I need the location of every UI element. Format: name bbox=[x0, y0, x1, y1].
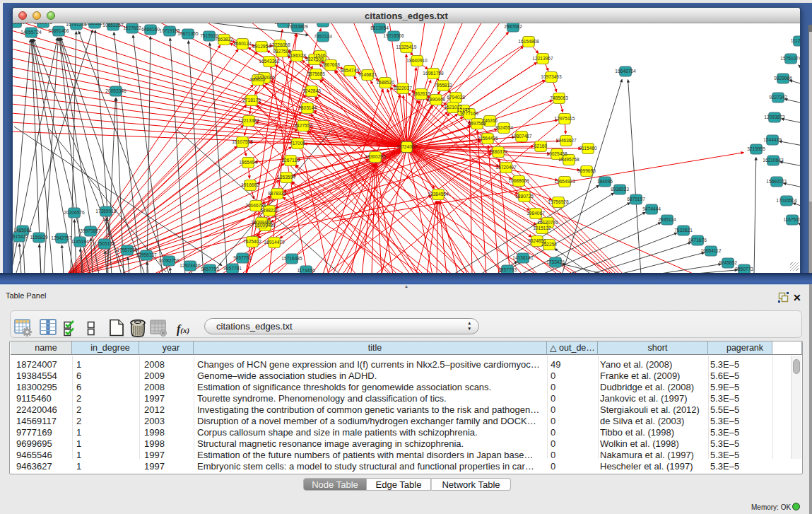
svg-text:12213967: 12213967 bbox=[532, 56, 553, 61]
svg-text:1112485: 1112485 bbox=[791, 38, 800, 43]
svg-text:2935114: 2935114 bbox=[658, 217, 676, 222]
svg-text:8878334: 8878334 bbox=[268, 191, 286, 196]
svg-text:16210643: 16210643 bbox=[763, 158, 784, 163]
svg-text:16961758: 16961758 bbox=[423, 71, 444, 76]
svg-text:18724007: 18724007 bbox=[396, 144, 418, 149]
svg-text:10671355: 10671355 bbox=[177, 31, 199, 36]
svg-text:10653267: 10653267 bbox=[102, 23, 124, 28]
svg-text:7663822: 7663822 bbox=[215, 37, 233, 42]
svg-text:1244419: 1244419 bbox=[763, 137, 782, 142]
svg-text:7632621: 7632621 bbox=[674, 228, 693, 233]
svg-text:2069141: 2069141 bbox=[34, 23, 52, 25]
svg-text:1167533: 1167533 bbox=[783, 217, 800, 222]
svg-text:9329966: 9329966 bbox=[774, 76, 792, 81]
svg-text:1145194: 1145194 bbox=[71, 239, 89, 244]
svg-text:9777169: 9777169 bbox=[460, 111, 478, 116]
svg-text:16648784: 16648784 bbox=[615, 69, 636, 74]
svg-text:14136141: 14136141 bbox=[512, 255, 534, 260]
svg-text:16543362: 16543362 bbox=[259, 59, 280, 64]
svg-text:16107553: 16107553 bbox=[232, 139, 253, 144]
svg-text:5498222: 5498222 bbox=[260, 208, 278, 213]
svg-text:1965494: 1965494 bbox=[239, 160, 257, 165]
svg-text:9227342: 9227342 bbox=[769, 95, 787, 100]
svg-text:12213382: 12213382 bbox=[238, 118, 259, 123]
svg-text:9857793: 9857793 bbox=[498, 267, 517, 272]
svg-text:1173456: 1173456 bbox=[297, 268, 315, 273]
svg-text:2987682: 2987682 bbox=[504, 24, 522, 29]
svg-text:9146821: 9146821 bbox=[358, 72, 377, 77]
svg-text:16914479: 16914479 bbox=[264, 240, 285, 245]
svg-text:2867608: 2867608 bbox=[322, 62, 340, 67]
svg-text:18640910: 18640910 bbox=[406, 58, 428, 63]
svg-text:6794028: 6794028 bbox=[447, 95, 465, 100]
svg-text:7625402: 7625402 bbox=[243, 239, 261, 244]
svg-text:16120746: 16120746 bbox=[537, 220, 558, 225]
svg-text:717006: 717006 bbox=[290, 141, 305, 146]
svg-text:1485061: 1485061 bbox=[13, 228, 32, 233]
svg-text:3267110: 3267110 bbox=[281, 158, 300, 163]
svg-text:8912954: 8912954 bbox=[252, 44, 271, 49]
svg-text:8471676: 8471676 bbox=[688, 238, 707, 243]
svg-text:9242845: 9242845 bbox=[302, 88, 321, 93]
svg-text:7886372: 7886372 bbox=[489, 149, 507, 154]
svg-text:15716485: 15716485 bbox=[281, 256, 302, 261]
svg-text:62160: 62160 bbox=[534, 144, 548, 148]
svg-text:13226058: 13226058 bbox=[269, 42, 290, 47]
svg-text:2718176: 2718176 bbox=[242, 98, 261, 103]
svg-text:11325419: 11325419 bbox=[396, 45, 417, 49]
svg-text:1527602: 1527602 bbox=[123, 25, 141, 30]
svg-text:9474444: 9474444 bbox=[642, 206, 661, 211]
svg-text:12505135: 12505135 bbox=[94, 241, 115, 246]
svg-text:2803144: 2803144 bbox=[298, 105, 317, 110]
svg-text:9115460: 9115460 bbox=[579, 146, 597, 151]
svg-text:20691406: 20691406 bbox=[48, 28, 69, 33]
svg-text:19218506: 19218506 bbox=[383, 33, 404, 38]
svg-text:19384554: 19384554 bbox=[428, 192, 449, 197]
svg-text:8990448: 8990448 bbox=[427, 97, 445, 102]
svg-text:10958137: 10958137 bbox=[136, 252, 157, 257]
svg-text:164095: 164095 bbox=[597, 179, 613, 184]
svg-text:989612: 989612 bbox=[250, 77, 266, 82]
svg-text:19463627: 19463627 bbox=[555, 138, 577, 143]
svg-text:10025438: 10025438 bbox=[546, 151, 567, 156]
svg-text:10654112: 10654112 bbox=[701, 248, 722, 253]
svg-text:20206576: 20206576 bbox=[64, 210, 85, 215]
svg-text:16782759: 16782759 bbox=[158, 258, 180, 263]
svg-text:3215955: 3215955 bbox=[747, 146, 765, 151]
svg-text:16154808: 16154808 bbox=[518, 39, 539, 44]
svg-text:7955812: 7955812 bbox=[434, 83, 452, 88]
svg-text:3915422: 3915422 bbox=[13, 234, 28, 239]
svg-text:21564436: 21564436 bbox=[477, 136, 498, 141]
svg-text:17359918: 17359918 bbox=[95, 209, 117, 214]
svg-text:16033809: 16033809 bbox=[287, 24, 308, 29]
svg-text:3875685: 3875685 bbox=[307, 71, 325, 76]
svg-text:1880725: 1880725 bbox=[515, 194, 534, 199]
svg-text:18495758: 18495758 bbox=[558, 157, 579, 162]
svg-text:7485063: 7485063 bbox=[550, 95, 568, 100]
svg-text:8660124: 8660124 bbox=[233, 41, 252, 46]
svg-text:20046786: 20046786 bbox=[245, 203, 266, 208]
svg-text:17016504: 17016504 bbox=[776, 198, 797, 203]
svg-text:8186328: 8186328 bbox=[288, 53, 306, 58]
svg-text:8427552: 8427552 bbox=[294, 123, 312, 128]
svg-text:1546: 1546 bbox=[315, 53, 326, 58]
svg-text:7357224: 7357224 bbox=[314, 34, 332, 39]
svg-text:15692071: 15692071 bbox=[766, 179, 787, 184]
svg-text:12975115: 12975115 bbox=[555, 116, 575, 121]
svg-text:9850773: 9850773 bbox=[735, 267, 753, 271]
svg-text:1353594: 1353594 bbox=[277, 175, 295, 180]
svg-text:9105674: 9105674 bbox=[314, 23, 332, 24]
svg-text:1362615: 1362615 bbox=[412, 91, 430, 96]
svg-text:15720407: 15720407 bbox=[495, 165, 517, 170]
svg-text:8813054: 8813054 bbox=[370, 25, 389, 30]
svg-text:16099488: 16099488 bbox=[251, 220, 272, 225]
svg-text:20053346: 20053346 bbox=[105, 88, 126, 93]
svg-text:19756928: 19756928 bbox=[548, 199, 569, 204]
svg-text:10807487: 10807487 bbox=[511, 134, 532, 139]
svg-text:18300295: 18300295 bbox=[365, 154, 386, 159]
svg-text:17957255: 17957255 bbox=[117, 247, 138, 252]
svg-text:1733426: 1733426 bbox=[546, 259, 565, 264]
svg-text:252254: 252254 bbox=[541, 242, 557, 247]
svg-text:1916682: 1916682 bbox=[241, 182, 259, 187]
svg-text:6466160: 6466160 bbox=[141, 27, 160, 32]
